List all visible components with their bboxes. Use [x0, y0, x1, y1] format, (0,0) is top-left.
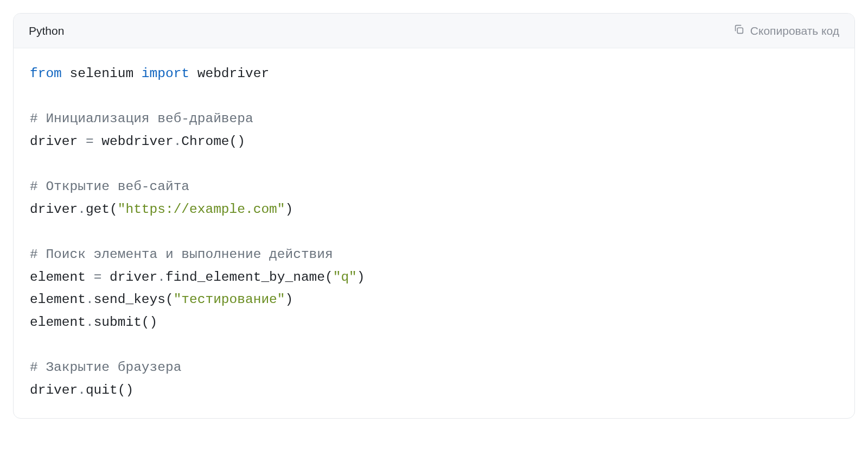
- code-token: ): [285, 202, 293, 217]
- code-token: .: [86, 315, 94, 330]
- svg-rect-0: [737, 28, 743, 33]
- code-token: "тестирование": [174, 292, 285, 307]
- code-token: .: [157, 270, 165, 285]
- code-token: .: [78, 383, 86, 398]
- copy-code-button[interactable]: Скопировать код: [733, 23, 839, 38]
- code-token: # Поиск элемента и выполнение действия: [30, 247, 333, 262]
- code-token: get(: [86, 202, 118, 217]
- code-token: # Инициализация веб-драйвера: [30, 111, 253, 126]
- code-token: =: [94, 270, 102, 285]
- code-token: driver: [30, 134, 86, 149]
- code-token: webdriver: [94, 134, 174, 149]
- code-token: import: [142, 66, 189, 81]
- code-token: # Открытие веб-сайта: [30, 179, 189, 194]
- code-token: "https://example.com": [118, 202, 285, 217]
- code-token: submit(): [94, 315, 158, 330]
- code-token: find_element_by_name(: [165, 270, 333, 285]
- code-token: selenium: [62, 66, 142, 81]
- code-token: .: [86, 292, 94, 307]
- code-token: "q": [333, 270, 357, 285]
- code-content: from selenium import webdriver # Инициал…: [30, 62, 838, 402]
- code-token: .: [78, 202, 86, 217]
- language-label: Python: [29, 24, 64, 37]
- code-token: driver: [101, 270, 157, 285]
- code-token: element: [30, 270, 94, 285]
- code-token: send_keys(: [94, 292, 174, 307]
- code-block: Python Скопировать код from selenium imp…: [13, 13, 855, 419]
- code-token: .: [174, 134, 182, 149]
- code-token: # Закрытие браузера: [30, 360, 181, 375]
- code-token: quit(): [86, 383, 133, 398]
- code-token: webdriver: [189, 66, 269, 81]
- code-token: driver: [30, 202, 78, 217]
- copy-icon: [733, 23, 745, 38]
- code-token: driver: [30, 383, 78, 398]
- code-token: from: [30, 66, 62, 81]
- code-block-header: Python Скопировать код: [14, 14, 854, 48]
- copy-code-label: Скопировать код: [750, 24, 839, 37]
- code-token: =: [86, 134, 94, 149]
- code-body: from selenium import webdriver # Инициал…: [14, 48, 854, 418]
- code-token: Chrome(): [181, 134, 245, 149]
